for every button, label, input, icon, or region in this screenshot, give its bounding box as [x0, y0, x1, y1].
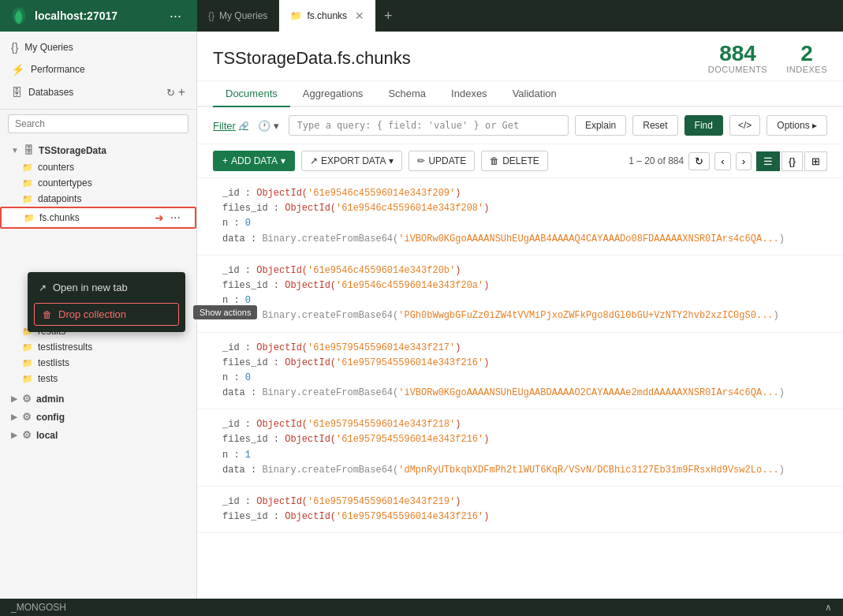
export-data-button[interactable]: ↗ EXPORT DATA ▾ [301, 151, 402, 171]
table-row[interactable]: _id : ObjectId('61e9579545596014e343f217… [197, 333, 843, 410]
open-new-tab-icon: ↗ [39, 282, 47, 293]
indexes-stat: 2 INDEXES [786, 43, 827, 74]
collection-tests[interactable]: 📁 tests ··· [0, 371, 196, 386]
collection-folder-icon: 📁 [22, 342, 33, 353]
collection-folder-icon: 📁 [22, 374, 33, 384]
db-admin[interactable]: ▶ ⚙ admin [0, 390, 196, 408]
tab-documents[interactable]: Documents [213, 81, 290, 107]
new-tab-button[interactable]: + [376, 8, 401, 24]
filter-toolbar: Filter 🔗 🕐 ▾ Explain Reset Find </> Opti… [197, 107, 843, 144]
tab-my-queries[interactable]: {} My Queries [197, 0, 279, 32]
collection-testlistresults[interactable]: 📁 testlistresults ··· [0, 339, 196, 355]
add-data-label: ADD DATA [231, 155, 278, 166]
db-name-label: local [36, 430, 58, 441]
collection-countertypes[interactable]: 📁 countertypes ··· [0, 175, 196, 191]
content-tabs: Documents Aggregations Schema Indexes Va… [197, 81, 843, 107]
sidebar-item-performance[interactable]: ⚡ Performance [0, 58, 196, 80]
json-view-button[interactable]: {} [781, 151, 803, 171]
list-view-button[interactable]: ☰ [756, 151, 780, 171]
refresh-button[interactable]: ↻ [688, 152, 710, 170]
update-button[interactable]: ✏ UPDATE [408, 151, 475, 171]
collection-fs-chunks[interactable]: 📁 fs.chunks ➜ ··· [0, 207, 196, 229]
db-config[interactable]: ▶ ⚙ config [0, 408, 196, 426]
db-tsstorage[interactable]: ▼ 🗄 TSStorageData [0, 141, 196, 159]
export-icon: ↗ [310, 155, 318, 166]
table-row[interactable]: _id : ObjectId('61e9546c45596014e343f209… [197, 178, 843, 256]
filter-label[interactable]: Filter 🔗 [213, 120, 248, 132]
content-stats: 884 DOCUMENTS 2 INDEXES [708, 43, 827, 74]
content-area: TSStorageData.fs.chunks 884 DOCUMENTS 2 … [197, 32, 843, 599]
tab-indexes[interactable]: Indexes [438, 81, 500, 107]
sidebar-search-input[interactable] [8, 114, 188, 133]
options-button[interactable]: Options ▸ [767, 115, 827, 136]
table-row[interactable]: _id : ObjectId('61e9579545596014e343f218… [197, 409, 843, 487]
show-actions-tooltip: Show actions [193, 305, 257, 319]
tab-close-button[interactable]: ✕ [355, 9, 364, 22]
db-type-icon: ⚙ [22, 429, 32, 441]
collection-datapoints[interactable]: 📁 datapoints ··· [0, 191, 196, 207]
table-row[interactable]: _id : ObjectId('61e9546c45596014e343f20b… [197, 256, 843, 333]
collection-folder-icon: 📁 [22, 178, 33, 189]
find-button[interactable]: Find [684, 115, 723, 136]
filter-clock-icon[interactable]: 🕐 ▾ [255, 118, 282, 133]
db-name-label: config [36, 412, 65, 423]
tab-schema[interactable]: Schema [375, 81, 438, 107]
documents-count: 884 [708, 43, 767, 65]
refresh-databases-button[interactable]: ↻ [166, 85, 175, 99]
collection-label: datapoints [38, 193, 185, 204]
leaf-icon [9, 6, 28, 25]
table-row[interactable]: _id : ObjectId('61e9579545596014e343f219… [197, 487, 843, 533]
sidebar-tree: ▼ 🗄 TSStorageData 📁 counters ··· 📁 count… [0, 138, 196, 599]
sidebar-item-databases[interactable]: 🗄 Databases ↻ + [0, 80, 196, 104]
tab-validation[interactable]: Validation [500, 81, 569, 107]
collection-label: counters [38, 162, 185, 173]
tab-aggregations[interactable]: Aggregations [290, 81, 376, 107]
db-name-label: admin [36, 394, 64, 405]
view-buttons: ☰ {} ⊞ [756, 151, 827, 171]
table-view-button[interactable]: ⊞ [804, 151, 827, 171]
next-page-button[interactable]: › [736, 152, 752, 170]
top-bar: localhost:27017 ··· {} My Queries 📁 fs.c… [0, 0, 843, 32]
drop-collection-icon: 🗑 [43, 309, 52, 320]
sidebar-nav: {} My Queries ⚡ Performance 🗄 Databases … [0, 32, 196, 110]
performance-nav-icon: ⚡ [11, 63, 24, 76]
my-queries-nav-label: My Queries [24, 42, 73, 53]
add-icon: + [222, 155, 228, 166]
collection-counters[interactable]: 📁 counters ··· [0, 159, 196, 175]
delete-button[interactable]: 🗑 DELETE [481, 151, 548, 171]
context-open-new-tab[interactable]: ↗ Open in new tab [28, 275, 185, 300]
mongosh-label: _MONGOSH [11, 602, 66, 613]
collection-label: fs.chunks [39, 212, 155, 223]
collection-folder-icon: 📁 [24, 213, 35, 223]
add-data-button[interactable]: + ADD DATA ▾ [213, 151, 295, 171]
data-toolbar: + ADD DATA ▾ ↗ EXPORT DATA ▾ ✏ UPDATE 🗑 … [197, 144, 843, 178]
sidebar-item-my-queries[interactable]: {} My Queries [0, 36, 196, 58]
db-name-label: TSStorageData [39, 145, 106, 156]
filter-input[interactable] [289, 115, 569, 136]
fs-chunks-tab-label: fs.chunks [307, 10, 347, 21]
collection-more-button[interactable]: ··· [167, 211, 184, 225]
add-dropdown-icon: ▾ [281, 155, 285, 166]
explain-button[interactable]: Explain [575, 115, 626, 136]
db-local[interactable]: ▶ ⚙ local [0, 426, 196, 444]
code-button[interactable]: </> [729, 115, 760, 136]
reset-button[interactable]: Reset [632, 115, 677, 136]
context-menu: ↗ Open in new tab 🗑 Drop collection [28, 272, 185, 332]
documents-label: DOCUMENTS [708, 65, 767, 74]
sidebar-search-area [0, 110, 196, 138]
context-drop-collection[interactable]: 🗑 Drop collection [34, 303, 179, 326]
pagination: 1 – 20 of 884 ↻ ‹ › ☰ {} ⊞ [629, 151, 827, 171]
my-queries-nav-icon: {} [11, 41, 18, 54]
tab-fs-chunks[interactable]: 📁 fs.chunks ✕ [279, 0, 376, 32]
prev-page-button[interactable]: ‹ [714, 152, 730, 170]
pagination-text: 1 – 20 of 884 [629, 155, 684, 166]
more-button[interactable]: ··· [163, 8, 188, 24]
db-expand-icon: ▼ [11, 146, 19, 155]
performance-nav-label: Performance [31, 64, 85, 75]
databases-nav-label: Databases [28, 87, 73, 98]
add-database-button[interactable]: + [178, 85, 185, 99]
open-new-tab-label: Open in new tab [53, 282, 128, 293]
collection-testlists[interactable]: 📁 testlists ··· [0, 355, 196, 371]
bottom-chevron[interactable]: ∧ [825, 602, 832, 613]
db-type-icon: ⚙ [22, 411, 32, 423]
